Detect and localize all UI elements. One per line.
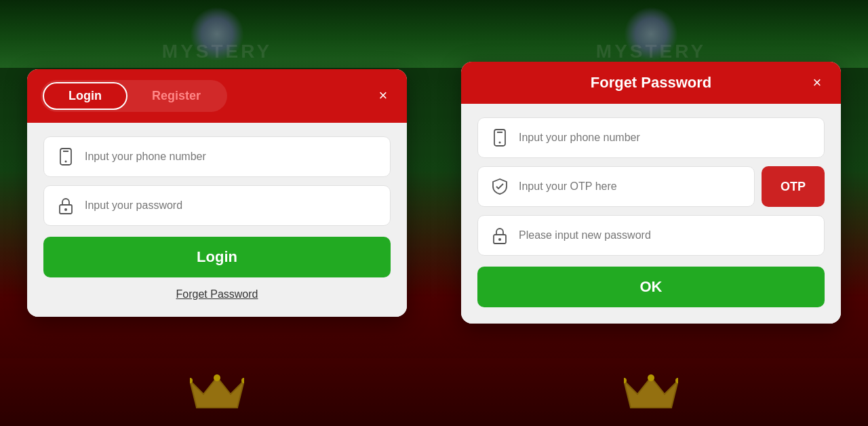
- forget-password-close-button[interactable]: ×: [807, 73, 827, 93]
- login-tab[interactable]: Login: [43, 82, 127, 110]
- fp-lock-icon: [488, 223, 512, 248]
- ok-button[interactable]: OK: [477, 267, 825, 307]
- shield-icon: [488, 174, 512, 199]
- login-modal-header: Login Register ×: [27, 69, 407, 123]
- left-panel: MYSTERY Login Register ×: [0, 0, 434, 426]
- right-panel: MYSTERY Forget Password ×: [434, 0, 868, 426]
- right-modal-overlay: Forget Password ×: [434, 0, 868, 426]
- phone-icon: [54, 144, 78, 169]
- forget-password-modal-header: Forget Password ×: [461, 62, 841, 104]
- login-close-button[interactable]: ×: [373, 85, 393, 106]
- new-password-input-row: [477, 215, 825, 256]
- register-tab[interactable]: Register: [127, 82, 225, 110]
- svg-point-6: [65, 160, 67, 162]
- left-modal-overlay: Login Register ×: [0, 0, 434, 426]
- login-password-input[interactable]: [85, 199, 380, 212]
- login-button[interactable]: Login: [43, 237, 391, 277]
- login-modal-body: Login Forget Password: [27, 123, 407, 317]
- login-phone-input[interactable]: [85, 151, 380, 163]
- svg-point-17: [498, 238, 501, 241]
- tab-container: Login Register: [41, 80, 227, 112]
- svg-point-15: [499, 142, 501, 144]
- forget-password-modal-body: OTP OK: [461, 104, 841, 324]
- password-input-row: [43, 185, 391, 226]
- phone-input-row: [43, 136, 391, 177]
- forget-password-title: Forget Password: [495, 74, 807, 92]
- fp-phone-input-row: [477, 117, 825, 158]
- login-modal: Login Register ×: [27, 69, 407, 317]
- lock-icon: [54, 193, 78, 218]
- otp-input-wrap: [477, 166, 755, 207]
- svg-point-8: [64, 208, 67, 211]
- otp-input[interactable]: [519, 180, 745, 193]
- new-password-input[interactable]: [519, 229, 814, 241]
- forget-password-modal: Forget Password ×: [461, 62, 841, 324]
- otp-button[interactable]: OTP: [762, 166, 825, 207]
- forget-password-link[interactable]: Forget Password: [43, 288, 391, 301]
- otp-row: OTP: [477, 166, 825, 207]
- fp-phone-icon: [488, 125, 512, 150]
- fp-phone-input[interactable]: [519, 132, 814, 144]
